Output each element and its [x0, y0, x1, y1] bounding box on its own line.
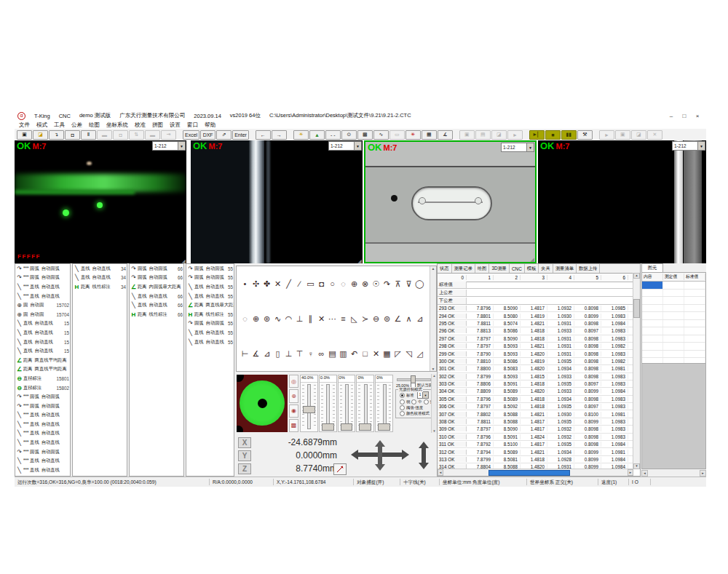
measure-tool-icon[interactable]: ▯ [273, 349, 282, 359]
measure-tool-icon[interactable]: ◠ [284, 314, 293, 324]
camera-zoom-select[interactable]: 1-212 ▼ [672, 141, 705, 151]
feature-item[interactable]: ↷圆弧自动圆弧66 [130, 264, 183, 274]
feature-item[interactable]: ╲*** 直线自动直线 [15, 282, 70, 292]
table-row[interactable]: 301 OK7.88008.50831.48201.09340.80981.09… [438, 365, 633, 372]
toolbar-magnifier-button[interactable]: ⊙ [341, 130, 357, 140]
feature-item[interactable]: ╲直线自动直线55 [186, 282, 234, 292]
measure-tool-icon[interactable]: ∥ [306, 314, 315, 324]
menu-item-9[interactable]: 窗口 [187, 121, 198, 129]
standard-radio[interactable] [400, 393, 405, 398]
measure-tool-icon[interactable]: ↶ [349, 349, 359, 359]
feature-item[interactable]: H距离线性标注55 [186, 310, 234, 319]
table-row[interactable]: 313 OK7.87998.50811.48181.09280.80991.09… [438, 456, 633, 463]
results-tab-5[interactable]: 模板 [525, 264, 539, 273]
results-tab-8[interactable]: 数据上传 [577, 264, 600, 273]
toolbar-open-2-button[interactable]: ◪ [631, 130, 646, 140]
feature-item[interactable]: ∠距离两直线最大距离 [186, 300, 234, 310]
table-row[interactable]: 299 OK7.87908.50931.48201.09310.80981.09… [438, 350, 633, 357]
scroll-thumb-blue[interactable] [488, 470, 570, 476]
element-row[interactable] [642, 343, 705, 351]
slider-thumb[interactable] [303, 406, 315, 413]
measure-tool-icon[interactable]: ◯ [415, 279, 424, 289]
toolbar-save-button[interactable]: ▣ [17, 130, 32, 140]
table-row-special[interactable]: 下公差 [438, 297, 633, 305]
menu-item-7[interactable]: 拼图 [152, 121, 163, 129]
light-type-button-3[interactable]: ▩ [289, 419, 298, 432]
measure-tool-icon[interactable]: ↷ [382, 279, 392, 289]
measure-tool-icon[interactable]: ◌ [240, 314, 250, 324]
measure-tool-icon[interactable]: ▤ [328, 349, 337, 359]
feature-item[interactable]: ╲*** 直线自动直线 [15, 456, 70, 466]
results-horizontal-scrollbar[interactable]: ◄ ► [438, 469, 633, 476]
palette-scrollbar[interactable]: ▲▼ [430, 266, 436, 371]
feature-item[interactable]: ⊕圆自动圆15702 [15, 300, 70, 310]
measure-tool-icon[interactable]: ⊖ [371, 314, 381, 324]
toolbar-checker-button[interactable]: ▩ [357, 130, 373, 140]
options-scrollbar[interactable]: ▲▼ [431, 374, 437, 433]
master-light-slider[interactable] [397, 375, 431, 382]
maximize-button[interactable]: □ [678, 112, 690, 120]
measure-tool-icon[interactable]: • [240, 279, 250, 289]
feature-item[interactable]: ╲*** 直线自动直线 [15, 429, 70, 439]
feature-item[interactable]: ╲直线自动直线55 [186, 338, 234, 347]
toolbar-stop-button[interactable]: ■ [545, 130, 561, 140]
toolbar-play-2-button[interactable]: ► [599, 130, 614, 140]
slider-thumb[interactable] [378, 423, 390, 431]
results-tab-6[interactable]: 夹具 [539, 264, 553, 273]
table-row[interactable]: 297 OK7.87978.50901.48181.09310.80981.09… [438, 335, 633, 343]
camera-view-2[interactable]: OK M:7 1-212 ▼ ◢ [191, 140, 363, 263]
table-row[interactable]: 303 OK7.88068.50911.48181.09350.80971.09… [438, 380, 633, 388]
measure-tool-icon[interactable]: ⊗ [360, 279, 370, 289]
toolbar-light-button[interactable]: ☀ [293, 130, 309, 140]
mid-radio[interactable] [411, 399, 416, 404]
feature-item[interactable]: ╲直线自动直线66 [130, 292, 183, 301]
results-tab-1[interactable]: 测量记录 [452, 264, 475, 273]
slider-thumb[interactable] [411, 375, 416, 383]
tab-element[interactable]: 图元 [641, 263, 663, 272]
table-row[interactable]: 296 OK7.88138.50861.48181.09330.80971.09… [438, 327, 633, 335]
element-row[interactable] [642, 305, 705, 313]
feature-item[interactable]: ↷圆弧自动圆弧55 [186, 274, 234, 283]
feature-item[interactable]: ╲直线自动直线15 [15, 346, 70, 356]
measure-tool-icon[interactable]: ⊛ [262, 314, 272, 324]
measure-tool-icon[interactable]: ∕ [295, 279, 304, 289]
measure-tool-icon[interactable]: ⊥ [284, 349, 293, 359]
slider-thumb[interactable] [359, 423, 371, 431]
slider-thumb[interactable] [341, 423, 353, 431]
minimize-button[interactable]: – [665, 112, 677, 120]
feature-item[interactable]: ╲直线自动直线34 [73, 274, 127, 283]
measure-tool-icon[interactable]: ▦ [382, 349, 392, 359]
table-row-special[interactable]: 标准值 [438, 281, 633, 289]
feature-item[interactable]: ⊕圆自动圆15704 [15, 310, 70, 319]
light-channel-slider-3[interactable]: 0% [356, 375, 374, 432]
measure-tool-icon[interactable]: ✕ [273, 279, 282, 289]
table-row[interactable]: 298 OK7.87978.50931.48211.09310.80981.09… [438, 343, 633, 350]
toolbar-open-button[interactable]: ◪ [33, 130, 48, 140]
results-tab-7[interactable]: 测量清单 [553, 264, 577, 273]
resize-grip-icon[interactable]: ◢ [358, 258, 362, 263]
feature-item[interactable]: ↷*** 圆弧自动圆弧 [15, 447, 70, 457]
measure-tool-icon[interactable]: ⊢ [240, 349, 250, 359]
toolbar-pause-button[interactable]: ▮▮ [561, 130, 577, 140]
toolbar-blank-2-button[interactable]: ▬ [145, 130, 160, 140]
feature-item[interactable]: H距离线性标注66 [130, 310, 183, 319]
feature-item[interactable]: ↷圆弧自动圆弧66 [130, 274, 183, 283]
light-channel-slider-0[interactable]: 40.0% [300, 375, 318, 432]
chevron-down-icon[interactable]: ▼ [422, 392, 428, 398]
measure-tool-icon[interactable]: ▥ [339, 349, 348, 359]
table-row[interactable]: 306 OK7.87978.50921.48181.09350.80971.09… [438, 403, 633, 410]
chevron-down-icon[interactable]: ▼ [526, 143, 534, 151]
feature-item[interactable]: ╲直线自动直线55 [186, 328, 234, 338]
menu-item-8[interactable]: 设置 [170, 121, 181, 129]
measure-tool-icon[interactable]: ☉ [371, 279, 381, 289]
table-row[interactable]: 309 OK7.87978.50901.48171.09320.80981.09… [438, 426, 633, 433]
measure-tool-icon[interactable]: ◸ [393, 349, 403, 359]
element-row[interactable] [642, 335, 705, 343]
menu-item-0[interactable]: 文件 [19, 121, 30, 129]
toolbar-align-button[interactable]: ⇅ [129, 130, 144, 140]
toolbar-play-to-end-button[interactable]: ►▏ [529, 130, 545, 140]
measure-tool-icon[interactable]: ⊿ [262, 349, 272, 359]
menu-item-1[interactable]: 模式 [36, 121, 47, 129]
toolbar-cut-button[interactable]: ✕ [647, 130, 662, 140]
scroll-up-icon[interactable]: ▲ [633, 273, 640, 279]
